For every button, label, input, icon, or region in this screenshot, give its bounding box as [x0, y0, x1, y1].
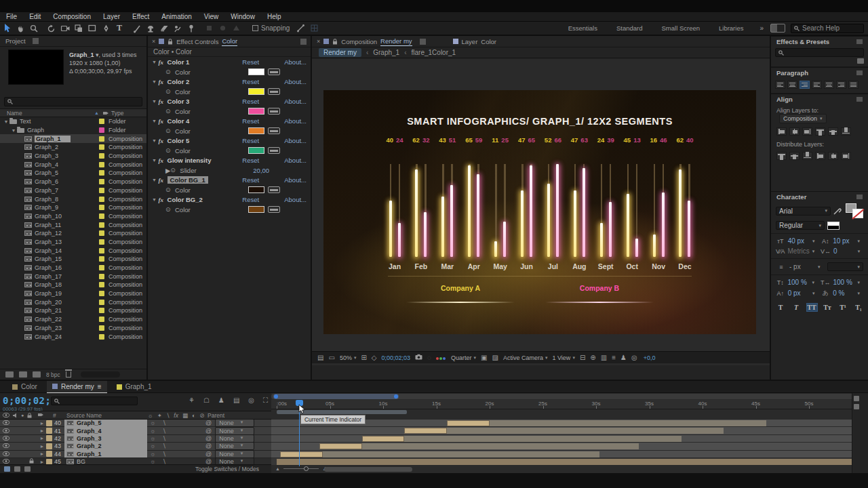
roi-icon[interactable]: ▣ [481, 354, 487, 361]
grid-options-icon[interactable] [307, 22, 321, 34]
parent-dropdown[interactable]: None▾ [215, 434, 254, 443]
composition-tab-label[interactable]: Composition [341, 38, 377, 45]
pixel-aspect-icon[interactable]: ⊕ [590, 354, 595, 361]
effect-property-row[interactable]: ⊙Color [148, 87, 311, 96]
exposure-value[interactable]: +0,0 [644, 354, 656, 361]
comp-marker-icon[interactable] [854, 396, 859, 401]
frame-blending-icon[interactable]: ▤ [233, 396, 239, 405]
label-color-chip[interactable] [99, 308, 104, 313]
faux-bold-button[interactable]: T [775, 303, 787, 312]
about-link[interactable]: About... [284, 137, 307, 144]
project-item[interactable]: ▼TextFolder [0, 117, 146, 126]
align-horizontal-center-button[interactable] [789, 127, 800, 136]
label-color-chip[interactable] [99, 317, 104, 322]
menu-edit[interactable]: Edit [23, 12, 47, 20]
effect-property-row[interactable]: ⊙Color [148, 106, 311, 116]
axis-mode-local-icon[interactable] [202, 22, 216, 34]
channel-icon[interactable] [436, 354, 446, 361]
color-swatch[interactable] [248, 127, 264, 134]
composition-canvas[interactable]: SMART INFOGRAPHICS/ GRAPH_1/ 12X2 SEGMEN… [323, 90, 756, 334]
eyedropper-toggle-icon[interactable] [268, 68, 280, 75]
character-header[interactable]: Character [771, 191, 868, 202]
layer-switches[interactable]: ☼∖ [147, 420, 205, 426]
twirl-icon[interactable]: ► [38, 421, 46, 426]
shy-switch-icon[interactable]: ☼ [150, 443, 155, 449]
effect-header[interactable]: ▼fxColor 3ResetAbout... [148, 96, 311, 106]
fast-previews-icon[interactable]: ▥ [601, 354, 607, 361]
resolution-dropdown[interactable]: Quarter▾ [451, 354, 476, 361]
project-item[interactable]: Graph_13Composition [0, 238, 146, 247]
eyedropper-icon[interactable] [833, 207, 843, 216]
label-color-chip[interactable] [99, 222, 104, 228]
work-area-bar[interactable] [277, 410, 407, 414]
fill-stroke-swatches[interactable] [846, 203, 863, 218]
label-color-chip[interactable] [99, 119, 104, 124]
project-item[interactable]: Graph_3Composition [0, 152, 146, 161]
column-type[interactable]: Type [111, 110, 123, 117]
effects-gallery-icon[interactable] [857, 58, 864, 64]
help-search-input[interactable]: Search Help [791, 24, 864, 33]
expand-layer-switches-icon[interactable] [4, 466, 10, 472]
layer-duration-bar[interactable] [362, 436, 682, 442]
label-color-chip[interactable] [99, 136, 104, 142]
effects-presets-search-input[interactable] [775, 48, 864, 57]
distribute-left-button[interactable] [815, 152, 825, 160]
justify-all-button[interactable] [848, 81, 859, 89]
puppet-pin-tool-icon[interactable] [184, 22, 198, 34]
layer-parent-cell[interactable]: @None▾ [205, 434, 271, 443]
panel-menu-icon[interactable] [856, 39, 863, 44]
label-color-chip[interactable] [99, 162, 104, 167]
camera-tool-icon[interactable] [58, 22, 72, 34]
panel-menu-icon[interactable] [300, 39, 307, 45]
selection-tool-icon[interactable] [0, 22, 14, 34]
eye-icon[interactable] [3, 435, 9, 442]
grid-guides-icon[interactable]: ⊞ [361, 354, 366, 361]
pickwhip-icon[interactable]: @ [205, 420, 212, 426]
stroke-width-value[interactable]: - px [789, 263, 815, 270]
all-caps-button[interactable]: TT [806, 303, 818, 312]
stopwatch-icon[interactable]: ⊙ [165, 108, 175, 115]
label-color-chip[interactable] [99, 239, 104, 245]
project-item[interactable]: Graph_23Composition [0, 324, 146, 333]
align-center-button[interactable] [787, 81, 797, 89]
effect-header[interactable]: ▼fxColor 4ResetAbout... [148, 116, 311, 126]
view-layout-dropdown[interactable]: 1 View▾ [553, 354, 575, 361]
effect-property-row[interactable]: ▶⊙Slider20,00 [148, 165, 311, 175]
stopwatch-icon[interactable]: ⊙ [165, 147, 175, 154]
twirl-icon[interactable]: ▼ [152, 158, 158, 163]
timeline-tab-render-my[interactable]: Render my ≡ [47, 381, 107, 393]
quality-switch-icon[interactable]: ∖ [162, 428, 166, 434]
graph-editor-icon[interactable]: ⛶ [263, 396, 268, 405]
effect-header[interactable]: ▼fxColor 1ResetAbout... [148, 57, 311, 67]
justify-last-left-button[interactable] [812, 81, 822, 89]
twirl-icon[interactable]: ▼ [152, 119, 158, 123]
effect-header[interactable]: ▼fxColor BG_1ResetAbout... [148, 175, 311, 185]
layer-color-chip[interactable] [46, 443, 52, 449]
main-display-icon[interactable]: ▭ [328, 354, 334, 361]
shape-tool-icon[interactable] [85, 22, 99, 34]
twirl-icon[interactable]: ► [38, 460, 46, 464]
kerning-value[interactable]: Metrics [788, 247, 810, 255]
parent-column[interactable]: Parent [208, 412, 271, 419]
layer-switches[interactable]: ☼∖ [147, 443, 205, 449]
label-color-chip[interactable] [99, 334, 104, 340]
eye-icon[interactable] [3, 428, 9, 434]
paragraph-header[interactable]: Paragraph [771, 67, 868, 78]
project-item[interactable]: Graph_7Composition [0, 186, 146, 195]
distribute-horizontal-center-button[interactable] [828, 152, 838, 160]
eyedropper-toggle-icon[interactable] [268, 88, 280, 95]
layer-switches[interactable]: ☼∖ [147, 428, 205, 434]
axis-mode-world-icon[interactable] [216, 22, 229, 34]
pickwhip-icon[interactable]: @ [205, 435, 212, 442]
breadcrumb-flare[interactable]: flare_1Color_1 [412, 49, 456, 56]
twirl-icon[interactable]: ▼ [152, 178, 158, 182]
project-item[interactable]: Graph_11Composition [0, 220, 146, 229]
clone-stamp-tool-icon[interactable] [144, 22, 157, 34]
project-item[interactable]: Graph_9Composition [0, 203, 146, 212]
layer-source-name[interactable]: Graph_3 [64, 434, 147, 442]
align-vertical-top-button[interactable] [815, 127, 825, 136]
shy-switch-icon[interactable]: ☼ [150, 428, 155, 434]
zoom-slider-handle[interactable] [304, 466, 309, 471]
camera-dropdown[interactable]: Active Camera▾ [503, 354, 548, 361]
menu-layer[interactable]: Layer [97, 12, 126, 20]
